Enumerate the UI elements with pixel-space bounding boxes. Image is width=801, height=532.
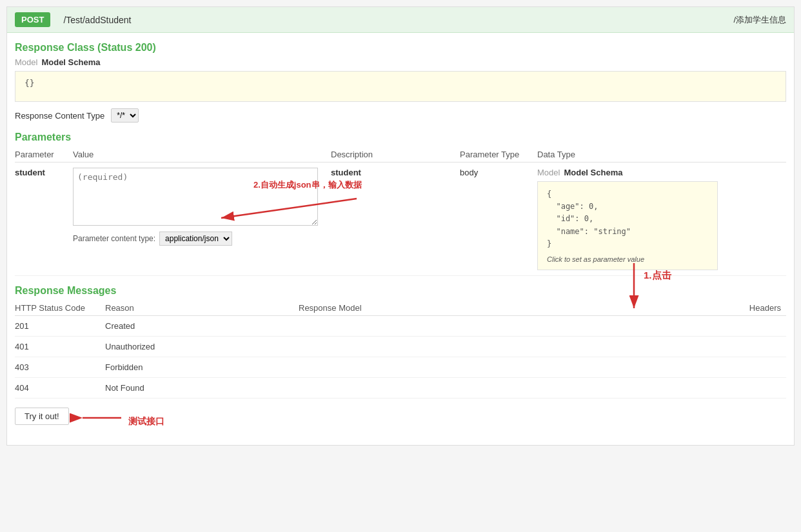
endpoint-description: /添加学生信息 xyxy=(733,14,786,26)
content-type-select[interactable]: */* xyxy=(111,108,139,123)
reason-404: Not Found xyxy=(105,377,299,398)
model-201 xyxy=(299,315,492,336)
col-param-type: Parameter Type xyxy=(460,147,537,163)
try-annotation: 测试接口 xyxy=(79,408,164,436)
col-headers: Headers xyxy=(492,300,786,316)
endpoint-path: /Test/addStudent xyxy=(63,15,131,25)
param-content-type-label: Parameter content type: xyxy=(73,234,155,243)
try-button-area: Try it out! 测试接口 xyxy=(15,408,786,436)
model-tabs: Model Model Schema xyxy=(15,57,786,67)
col-status-code: HTTP Status Code xyxy=(15,300,105,316)
headers-404 xyxy=(492,377,786,398)
model-401 xyxy=(299,336,492,357)
param-name: student xyxy=(15,168,45,177)
reason-403: Forbidden xyxy=(105,357,299,377)
table-row: 201 Created xyxy=(15,315,786,336)
model-404 xyxy=(299,377,492,398)
status-code-403: 403 xyxy=(15,357,105,377)
schema-click-hint: Click to set as parameter value xyxy=(547,255,708,263)
data-type-tabs: Model Model Schema xyxy=(537,168,781,177)
response-messages-title: Response Messages xyxy=(15,285,778,297)
try-annotation-text: 测试接口 xyxy=(128,416,164,428)
response-class-title: Response Class (Status 200) xyxy=(15,42,786,54)
content-type-label: Response Content Type xyxy=(15,111,104,121)
model-schema-tab[interactable]: Model Schema xyxy=(41,57,100,67)
table-row: 404 Not Found xyxy=(15,377,786,398)
method-badge: POST xyxy=(15,12,50,27)
col-response-model: Response Model xyxy=(299,300,492,316)
headers-401 xyxy=(492,336,786,357)
status-code-401: 401 xyxy=(15,336,105,357)
data-type-cell: Model Model Schema { "age": 0, "id": 0, … xyxy=(537,163,786,276)
data-type-schema-tab[interactable]: Model Schema xyxy=(564,168,622,177)
status-code-201: 201 xyxy=(15,315,105,336)
param-description: student xyxy=(331,168,361,177)
response-messages-section: Response Messages HTTP Status Code Reaso… xyxy=(15,285,786,399)
parameters-section: Parameters Parameter Value Description P… xyxy=(15,132,786,276)
param-content-type-row: Parameter content type: application/json… xyxy=(73,232,326,246)
content-type-row: Response Content Type */* xyxy=(15,108,786,123)
data-type-model-tab[interactable]: Model xyxy=(537,168,560,177)
col-reason: Reason xyxy=(105,300,299,316)
col-parameter: Parameter xyxy=(15,147,73,163)
params-table: Parameter Value Description Parameter Ty… xyxy=(15,147,786,276)
param-value-textarea[interactable] xyxy=(73,168,318,226)
param-table-wrapper: Parameter Value Description Parameter Ty… xyxy=(15,147,786,276)
table-row: student Parameter content type: applicat… xyxy=(15,163,786,276)
col-value: Value xyxy=(73,147,331,163)
headers-403 xyxy=(492,357,786,377)
model-403 xyxy=(299,357,492,377)
reason-201: Created xyxy=(105,315,299,336)
headers-201 xyxy=(492,315,786,336)
param-type-value: body xyxy=(460,168,478,177)
reason-401: Unauthorized xyxy=(105,336,299,357)
model-schema-box[interactable]: { "age": 0, "id": 0, "name": "string" } … xyxy=(537,181,718,270)
status-code-404: 404 xyxy=(15,377,105,398)
response-code-block: {} xyxy=(15,71,786,102)
col-data-type: Data Type xyxy=(537,147,786,163)
table-row: 403 Forbidden xyxy=(15,357,786,377)
col-description: Description xyxy=(331,147,460,163)
param-content-type-select[interactable]: application/json application/xml xyxy=(159,232,232,246)
api-container: POST /Test/addStudent /添加学生信息 Response C… xyxy=(6,6,795,446)
table-row: 401 Unauthorized xyxy=(15,336,786,357)
parameters-title: Parameters xyxy=(15,132,778,143)
response-table: HTTP Status Code Reason Response Model H… xyxy=(15,300,786,399)
endpoint-header: POST /Test/addStudent /添加学生信息 xyxy=(7,7,794,33)
try-arrow-svg xyxy=(79,410,124,436)
try-it-out-button[interactable]: Try it out! xyxy=(15,408,69,425)
model-tab[interactable]: Model xyxy=(15,57,37,67)
